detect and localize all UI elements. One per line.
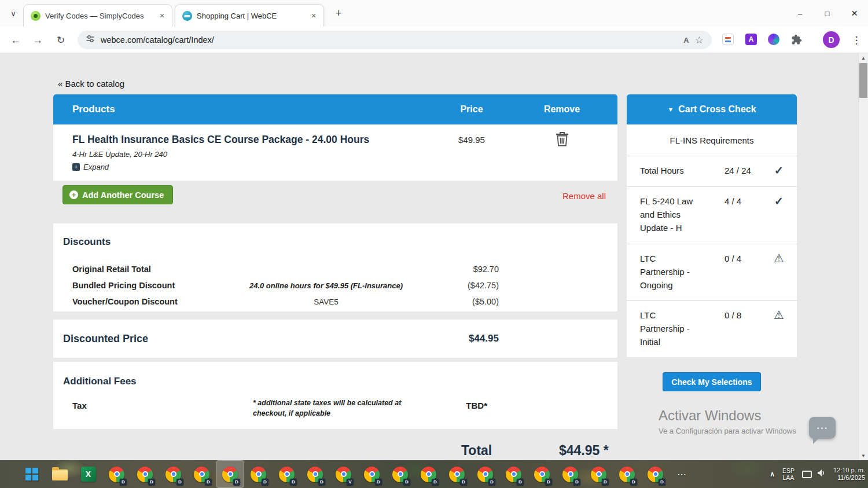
cross-check-title: Cart Cross Check	[678, 104, 756, 115]
new-tab-button[interactable]: +	[331, 6, 346, 21]
taskbar-app-chrome[interactable]: D	[471, 460, 499, 488]
taskbar-app-chrome[interactable]: D	[443, 460, 471, 488]
display-icon[interactable]	[802, 471, 812, 478]
language-line: ESP	[782, 467, 795, 474]
folder-icon	[52, 469, 68, 480]
profile-badge: D	[375, 479, 382, 486]
discount-row: Original Retail Total $92.70	[53, 261, 617, 277]
taskbar-app-chrome[interactable]: D	[528, 460, 556, 488]
scrollbar-thumb[interactable]	[859, 63, 867, 98]
close-button[interactable]: ×	[841, 0, 868, 27]
taskbar-app-chrome[interactable]: D	[187, 460, 216, 488]
tab-close-icon[interactable]: ×	[157, 10, 167, 21]
page-scrollbar[interactable]: ▲ ▼	[858, 53, 868, 460]
address-bar[interactable]: webce.com/catalog/cart/Index/ A ☆	[78, 31, 712, 49]
requirement-label: Total Hours	[640, 164, 703, 177]
tray-expand-icon[interactable]: ∧	[770, 470, 775, 478]
taskbar-app-chrome[interactable]: D	[499, 460, 528, 488]
scroll-down-arrow-icon[interactable]: ▼	[859, 451, 868, 460]
watermark-subtitle: Ve a Configuración para activar Windows	[659, 427, 796, 435]
tab-webce-cart[interactable]: Shopping Cart | WebCE ×	[175, 4, 324, 27]
discounted-price-section: Discounted Price $44.95	[53, 320, 617, 358]
taskbar-app-chrome[interactable]: D	[641, 460, 670, 488]
taskbar-overflow-button[interactable]: ⋯	[670, 460, 694, 488]
profile-badge: D	[517, 479, 524, 486]
tray-icons	[802, 469, 826, 479]
bookmark-star-icon[interactable]: ☆	[695, 34, 704, 46]
profile-badge: D	[602, 479, 609, 486]
back-to-catalog-link[interactable]: « Back to catalog	[58, 79, 124, 89]
taskbar: X DDDDDDDDVDDDDDDDDDDD ⋯ ∧ ESP LAA	[0, 460, 868, 488]
expand-course-link[interactable]: + Expand	[72, 163, 109, 171]
taskbar-app-chrome[interactable]: D	[102, 460, 131, 488]
profile-badge: D	[262, 479, 269, 486]
site-info-icon[interactable]	[86, 34, 95, 46]
cross-check-header[interactable]: ▼ Cart Cross Check	[627, 94, 797, 124]
browser-menu-icon[interactable]: ⋮	[848, 31, 865, 49]
start-button[interactable]	[17, 460, 46, 488]
cart-products-table: Products Price Remove FL Health Insuranc…	[53, 94, 617, 181]
expand-plus-icon[interactable]: +	[72, 163, 80, 171]
trash-icon	[555, 131, 569, 147]
extension-coupon-icon[interactable]	[722, 34, 734, 45]
check-icon: ✓	[769, 164, 789, 177]
taskbar-app-chrome[interactable]: D	[244, 460, 273, 488]
taskbar-app-chrome[interactable]: D	[131, 460, 159, 488]
clock-time: 12:10 p. m.	[833, 467, 865, 475]
forward-button[interactable]: →	[29, 31, 46, 49]
taskbar-app-chrome[interactable]: D	[301, 460, 329, 488]
back-button[interactable]: ←	[7, 31, 24, 49]
taskbar-app-chrome[interactable]: D	[613, 460, 641, 488]
url-text[interactable]: webce.com/catalog/cart/Index/	[101, 35, 214, 45]
language-line: LAA	[783, 474, 795, 481]
remove-item-button[interactable]	[542, 131, 582, 149]
extension-circle-icon[interactable]	[768, 34, 779, 45]
taskbar-app-chrome[interactable]: D	[414, 460, 443, 488]
scroll-up-arrow-icon[interactable]: ▲	[859, 53, 868, 63]
volume-icon[interactable]	[817, 469, 826, 479]
minimize-button[interactable]: –	[786, 0, 814, 27]
add-another-course-button[interactable]: + Add Another Course	[62, 185, 173, 204]
remove-all-link[interactable]: Remove all	[532, 191, 606, 201]
taskbar-app-chrome[interactable]: D	[216, 460, 244, 488]
profile-badge: D	[573, 479, 580, 486]
check-my-selections-button[interactable]: Check My Selections	[663, 372, 761, 391]
extension-a-icon[interactable]: A	[745, 34, 757, 45]
simplycodes-favicon	[31, 11, 41, 21]
tab-close-icon[interactable]: ×	[308, 10, 319, 21]
file-explorer-button[interactable]	[46, 460, 74, 488]
clock-date: 11/6/2025	[837, 474, 865, 482]
taskbar-app-chrome[interactable]: D	[584, 460, 613, 488]
requirement-label: LTC Partnership - Initial	[640, 309, 703, 348]
extensions-puzzle-icon[interactable]	[790, 34, 802, 45]
taskbar-app-chrome[interactable]: D	[386, 460, 414, 488]
profile-badge: D	[488, 479, 495, 486]
tax-label: Tax	[72, 401, 87, 410]
additional-fees-heading: Additional Fees	[63, 376, 137, 387]
taskbar-clock[interactable]: 12:10 p. m. 11/6/2025	[833, 467, 865, 482]
translate-icon[interactable]: A	[683, 36, 689, 45]
taskbar-app-chrome[interactable]: D	[273, 460, 301, 488]
discounted-price-value: $44.95	[418, 333, 499, 344]
profile-badge: D	[148, 479, 155, 486]
course-subtitle: 4-Hr L&E Update, 20-Hr 240	[72, 150, 167, 159]
discount-value: ($42.75)	[429, 281, 499, 290]
tab-simplycodes[interactable]: Verify Codes — SimplyCodes ×	[23, 4, 172, 27]
taskbar-app-chrome[interactable]: D	[358, 460, 386, 488]
reload-button[interactable]: ↻	[52, 31, 69, 49]
tab-search-button[interactable]: ∨	[6, 6, 21, 21]
collapse-caret-icon: ▼	[667, 106, 674, 113]
profile-avatar[interactable]: D	[823, 31, 840, 48]
language-indicator[interactable]: ESP LAA	[782, 467, 795, 481]
expand-label[interactable]: Expand	[83, 163, 109, 171]
taskbar-app-chrome[interactable]: D	[159, 460, 187, 488]
coupon-code: SAVE5	[223, 298, 429, 306]
requirement-label: FL 5-240 Law and Ethics Update - H	[640, 195, 703, 234]
excel-button[interactable]: X	[74, 460, 102, 488]
taskbar-app-chrome[interactable]: V	[329, 460, 358, 488]
discount-label: Voucher/Coupon Discount	[72, 297, 223, 306]
feedback-chat-bubble[interactable]: ⋯	[809, 417, 836, 439]
maximize-button[interactable]: □	[814, 0, 841, 27]
taskbar-app-chrome[interactable]: D	[556, 460, 584, 488]
discounts-section: Discounts Original Retail Total $92.70 B…	[53, 223, 617, 311]
